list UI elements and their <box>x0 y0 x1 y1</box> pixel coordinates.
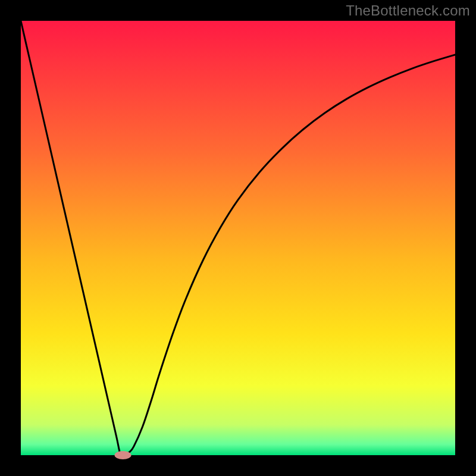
bottleneck-chart <box>0 0 476 476</box>
watermark-label: TheBottleneck.com <box>346 2 470 19</box>
plot-background <box>21 21 455 455</box>
optimal-point-marker <box>115 451 131 459</box>
chart-frame: TheBottleneck.com <box>0 0 476 476</box>
